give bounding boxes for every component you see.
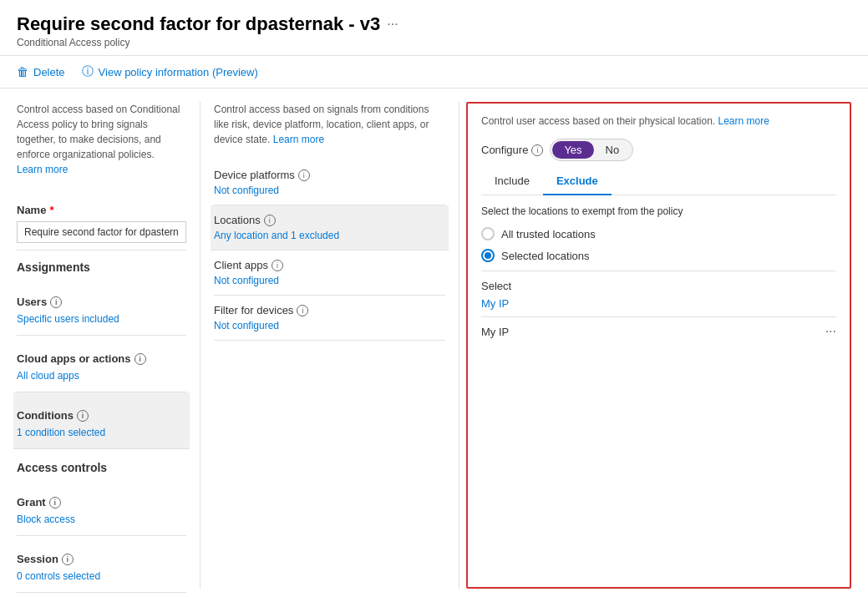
name-label: Name * bbox=[17, 204, 186, 216]
radio-selected-locations[interactable]: Selected locations bbox=[481, 249, 836, 262]
configure-row: Configure i Yes No bbox=[481, 139, 836, 161]
conditions-section: Conditions i 1 condition selected bbox=[13, 392, 190, 449]
locations-info-icon[interactable]: i bbox=[264, 215, 276, 226]
device-platforms-row: Device platforms i Not configured bbox=[214, 160, 445, 205]
left-column: Control access based on Conditional Acce… bbox=[17, 102, 201, 589]
client-apps-info-icon[interactable]: i bbox=[272, 260, 283, 271]
left-col-description: Control access based on Conditional Acce… bbox=[17, 102, 186, 177]
locations-label: Locations i bbox=[214, 214, 445, 226]
select-description: Select the locations to exempt from the … bbox=[481, 205, 836, 217]
grant-value[interactable]: Block access bbox=[17, 514, 186, 525]
select-divider bbox=[481, 271, 836, 271]
configure-info-icon[interactable]: i bbox=[531, 144, 543, 156]
session-value[interactable]: 0 controls selected bbox=[17, 570, 186, 582]
selected-item-row: My IP ··· bbox=[481, 316, 836, 346]
right-panel: Control user access based on their physi… bbox=[466, 102, 851, 589]
session-info-icon[interactable]: i bbox=[62, 554, 74, 565]
main-content: Control access based on Conditional Acce… bbox=[0, 89, 868, 597]
view-policy-button[interactable]: ⓘ View policy information (Preview) bbox=[82, 64, 258, 79]
select-section-label: Select bbox=[481, 280, 836, 292]
assignments-heading: Assignments bbox=[17, 261, 186, 274]
locations-row: Locations i Any location and 1 excluded bbox=[211, 205, 449, 250]
view-policy-label: View policy information (Preview) bbox=[99, 66, 258, 78]
client-apps-row: Client apps i Not configured bbox=[214, 250, 445, 296]
locations-value[interactable]: Any location and 1 excluded bbox=[214, 230, 445, 241]
name-section: Name * bbox=[17, 187, 186, 250]
right-panel-description: Control user access based on their physi… bbox=[481, 114, 836, 129]
radio-all-trusted[interactable]: All trusted locations bbox=[481, 227, 836, 240]
device-platforms-info-icon[interactable]: i bbox=[298, 169, 310, 181]
toolbar: 🗑 Delete ⓘ View policy information (Prev… bbox=[0, 56, 868, 89]
cloud-apps-info-icon[interactable]: i bbox=[135, 353, 146, 365]
users-info-icon[interactable]: i bbox=[50, 296, 62, 308]
page-title: Require second factor for dpasternak - v… bbox=[17, 13, 380, 35]
mid-col-learn-more-link[interactable]: Learn more bbox=[273, 134, 324, 145]
client-apps-label: Client apps i bbox=[214, 259, 445, 271]
middle-column: Control access based on signals from con… bbox=[201, 102, 459, 589]
device-platforms-label: Device platforms i bbox=[214, 169, 445, 181]
grant-section: Grant i Block access bbox=[17, 479, 186, 536]
cloud-apps-label: Cloud apps or actions i bbox=[17, 352, 186, 365]
radio-all-trusted-button[interactable] bbox=[481, 227, 495, 240]
right-panel-learn-more-link[interactable]: Learn more bbox=[718, 115, 769, 127]
ellipsis-menu-icon[interactable]: ··· bbox=[387, 17, 398, 32]
page-title-row: Require second factor for dpasternak - v… bbox=[17, 13, 851, 35]
mid-col-description: Control access based on signals from con… bbox=[214, 102, 445, 147]
yes-no-toggle[interactable]: Yes No bbox=[550, 139, 633, 161]
include-exclude-tabs: Include Exclude bbox=[481, 168, 836, 195]
radio-selected-locations-button[interactable] bbox=[481, 249, 495, 262]
filter-for-devices-row: Filter for devices i Not configured bbox=[214, 296, 445, 341]
configure-label: Configure i bbox=[481, 144, 543, 156]
device-platforms-value[interactable]: Not configured bbox=[214, 185, 445, 196]
grant-info-icon[interactable]: i bbox=[49, 497, 61, 508]
filter-for-devices-value[interactable]: Not configured bbox=[214, 320, 445, 331]
grant-label: Grant i bbox=[17, 496, 186, 508]
session-section: Session i 0 controls selected bbox=[17, 536, 186, 593]
delete-button[interactable]: 🗑 Delete bbox=[17, 65, 65, 78]
toggle-no[interactable]: No bbox=[594, 141, 632, 159]
conditions-info-icon[interactable]: i bbox=[77, 410, 89, 422]
cloud-apps-value[interactable]: All cloud apps bbox=[17, 370, 186, 382]
cloud-apps-section: Cloud apps or actions i All cloud apps bbox=[17, 336, 186, 392]
radio-selected-locations-label: Selected locations bbox=[501, 250, 590, 262]
users-value[interactable]: Specific users included bbox=[17, 313, 186, 325]
select-my-ip[interactable]: My IP bbox=[481, 297, 836, 310]
toggle-yes[interactable]: Yes bbox=[552, 141, 593, 159]
tab-include[interactable]: Include bbox=[481, 168, 543, 195]
filter-for-devices-label: Filter for devices i bbox=[214, 304, 445, 316]
more-options-icon[interactable]: ··· bbox=[825, 324, 836, 339]
name-input[interactable] bbox=[17, 221, 186, 243]
filter-for-devices-info-icon[interactable]: i bbox=[297, 305, 308, 316]
info-circle-icon: ⓘ bbox=[82, 64, 94, 79]
users-label: Users i bbox=[17, 296, 186, 308]
radio-all-trusted-label: All trusted locations bbox=[501, 228, 596, 240]
selected-item-name: My IP bbox=[481, 326, 509, 338]
delete-label: Delete bbox=[33, 66, 65, 78]
access-controls-heading: Access controls bbox=[17, 461, 186, 474]
conditions-label: Conditions i bbox=[17, 409, 186, 422]
users-section: Users i Specific users included bbox=[17, 279, 186, 336]
delete-icon: 🗑 bbox=[17, 65, 28, 78]
session-label: Session i bbox=[17, 553, 186, 565]
page-subtitle: Conditional Access policy bbox=[17, 37, 851, 48]
page-header: Require second factor for dpasternak - v… bbox=[0, 0, 868, 56]
conditions-value[interactable]: 1 condition selected bbox=[17, 427, 186, 438]
left-col-learn-more-link[interactable]: Learn more bbox=[17, 164, 68, 175]
required-star: * bbox=[49, 204, 53, 216]
tab-exclude[interactable]: Exclude bbox=[543, 168, 612, 195]
client-apps-value[interactable]: Not configured bbox=[214, 275, 445, 286]
